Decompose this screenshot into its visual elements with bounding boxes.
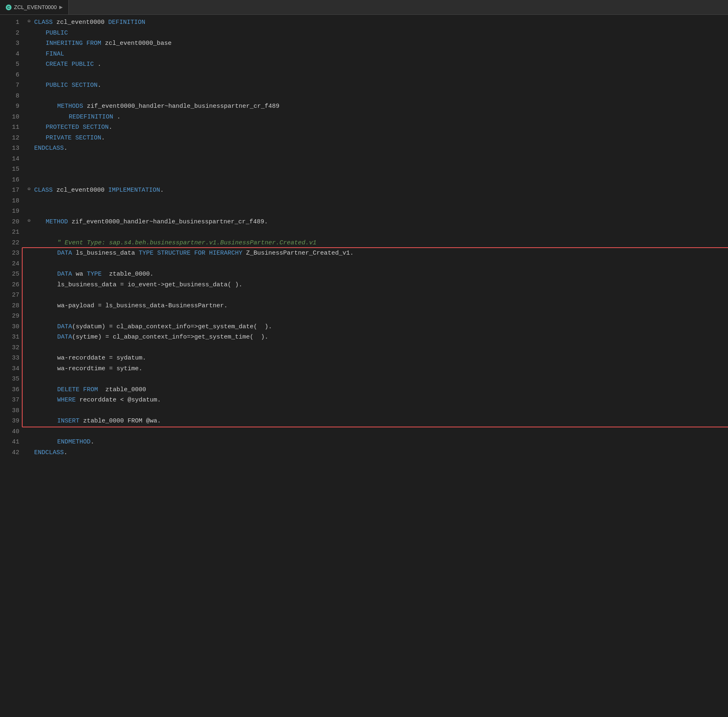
line-number: 20 [4, 217, 19, 227]
line-number: 5 [4, 59, 19, 70]
line-number: 7 [4, 80, 19, 91]
line-number: 40 [4, 427, 19, 437]
token-kw-blue: DATA [57, 322, 72, 332]
token-plain: (sydatum) = cl_abap_context_info=>get_sy… [72, 322, 272, 332]
line-number: 2 [4, 28, 19, 39]
token-plain: . [350, 248, 354, 259]
token-kw-blue: INHERITING FROM [46, 38, 105, 49]
tab-item[interactable]: C ZCL_EVENT0000 ▶ [0, 0, 69, 14]
token-plain: . [64, 448, 67, 458]
token-comment: " Event Type: sap.s4.beh.businesspartner… [57, 238, 316, 248]
line-number: 11 [4, 122, 19, 133]
line-number: 19 [4, 206, 19, 217]
code-line: ENDMETHOD. [28, 437, 723, 448]
line-number: 22 [4, 238, 19, 248]
collapse-icon[interactable]: ⊖ [28, 185, 33, 193]
code-line: REDEFINITION . [28, 112, 723, 123]
line-number: 4 [4, 49, 19, 60]
token-kw-blue: DATA [57, 332, 72, 343]
code-line [28, 175, 723, 186]
code-content[interactable]: ⊖CLASS zcl_event0000 DEFINITIONPUBLICINH… [23, 17, 728, 715]
token-plain: zcl_event0000 [56, 185, 108, 196]
code-line [28, 154, 723, 165]
code-line: PUBLIC SECTION. [28, 80, 723, 91]
line-number: 31 [4, 332, 19, 343]
code-area: 1234567891011121314151617181920212223242… [0, 15, 728, 717]
code-line [28, 374, 723, 385]
line-number: 18 [4, 196, 19, 207]
token-kw-blue: DATA [57, 269, 76, 280]
code-line [28, 406, 723, 416]
code-line [28, 259, 723, 269]
code-line: DATA(sydatum) = cl_abap_context_info=>ge… [28, 322, 723, 332]
line-number: 15 [4, 164, 19, 175]
code-line [28, 290, 723, 301]
line-number: 27 [4, 290, 19, 301]
line-number: 16 [4, 175, 19, 186]
line-number: 6 [4, 70, 19, 81]
line-number: 41 [4, 437, 19, 448]
collapse-icon[interactable]: ⊖ [28, 17, 33, 26]
token-kw-blue: INSERT [57, 416, 83, 427]
token-plain: Z_BusinessPartner_Created_v1 [246, 248, 350, 259]
token-plain: . [150, 269, 154, 280]
code-line: INSERT ztable_0000 FROM @wa. [28, 416, 723, 427]
code-line [28, 206, 723, 217]
code-line: FINAL [28, 49, 723, 60]
code-line: wa-recorddate = sydatum. [28, 353, 723, 364]
line-number: 9 [4, 101, 19, 112]
token-kw-blue: CLASS [34, 185, 56, 196]
code-line: DATA wa TYPE ztable_0000. [28, 269, 723, 280]
token-kw-blue: WHERE [57, 395, 79, 406]
token-kw-blue: METHOD [46, 217, 72, 227]
code-line: " Event Type: sap.s4.beh.businesspartner… [28, 238, 723, 248]
line-number: 42 [4, 448, 19, 458]
tab-label: ZCL_EVENT0000 [14, 4, 57, 10]
tab-icon: C [6, 5, 12, 10]
line-number: 30 [4, 322, 19, 332]
code-line: DATA(sytime) = cl_abap_context_info=>get… [28, 332, 723, 343]
token-plain: ls_business_data = io_event->get_busines… [57, 280, 242, 290]
token-kw-blue: ENDCLASS [34, 448, 64, 458]
line-number: 3 [4, 38, 19, 49]
token-kw-blue: TYPE STRUCTURE FOR HIERARCHY [139, 248, 246, 259]
line-number: 23 [4, 248, 19, 259]
code-line [28, 311, 723, 322]
code-line: ENDCLASS. [28, 143, 723, 154]
token-plain: ztable_0000 [105, 385, 146, 395]
token-kw-blue: DELETE FROM [57, 385, 105, 395]
line-number: 39 [4, 416, 19, 427]
code-line: PROTECTED SECTION. [28, 122, 723, 133]
line-number: 17 [4, 185, 19, 196]
code-line: CREATE PUBLIC . [28, 59, 723, 70]
code-line: ⊖METHOD zif_event0000_handler~handle_bus… [28, 217, 723, 227]
code-line: ENDCLASS. [28, 448, 723, 458]
token-plain: ztable_0000 FROM @wa. [83, 416, 161, 427]
code-line: WHERE recorddate < @sydatum. [28, 395, 723, 406]
token-kw-blue: PROTECTED SECTION [46, 122, 109, 133]
token-kw-blue: DEFINITION [108, 17, 145, 28]
token-plain: wa-recorddate = sydatum. [57, 353, 146, 364]
code-line: ls_business_data = io_event->get_busines… [28, 280, 723, 290]
code-line [28, 343, 723, 353]
line-number: 35 [4, 374, 19, 385]
line-number: 24 [4, 259, 19, 269]
line-number: 34 [4, 364, 19, 374]
collapse-icon[interactable]: ⊖ [28, 217, 33, 225]
token-plain: . [98, 80, 101, 91]
token-plain: . [64, 143, 67, 154]
token-plain: ls_business_data [76, 248, 139, 259]
code-line [28, 227, 723, 238]
token-plain: (sytime) = cl_abap_context_info=>get_sys… [72, 332, 268, 343]
code-line: PRIVATE SECTION. [28, 133, 723, 144]
token-plain: zcl_event0000_base [105, 38, 172, 49]
token-plain: . [160, 185, 164, 196]
line-number: 1 [4, 17, 19, 28]
editor-container: C ZCL_EVENT0000 ▶ 1234567891011121314151… [0, 0, 728, 717]
token-plain: zif_event0000_handler~handle_businesspar… [87, 101, 279, 112]
token-kw-blue: CREATE PUBLIC [46, 59, 98, 70]
token-plain: wa [76, 269, 87, 280]
token-plain: . [109, 122, 112, 133]
line-number: 14 [4, 154, 19, 165]
code-line [28, 164, 723, 175]
